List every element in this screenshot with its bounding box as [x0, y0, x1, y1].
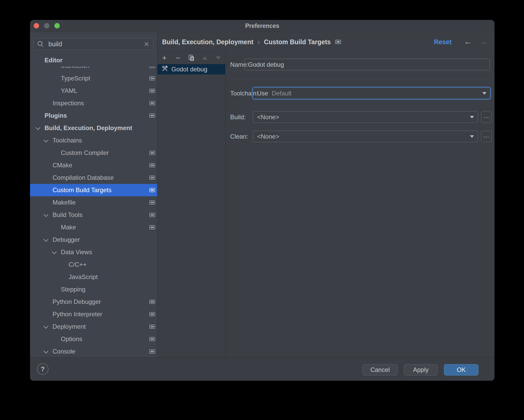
target-name: Godot debug: [171, 66, 207, 73]
window-title: Preferences: [30, 20, 494, 32]
tree-item-label: Console: [53, 348, 75, 355]
tree-item-build-tools[interactable]: Build Tools: [30, 209, 157, 221]
ok-button[interactable]: OK: [444, 364, 478, 376]
build-label: Build:: [230, 111, 246, 123]
tree-item-typescript[interactable]: TypeScript: [30, 72, 157, 85]
tree-item-label: Debugger: [53, 236, 80, 243]
forward-arrow-icon: →: [479, 32, 487, 52]
name-field[interactable]: [244, 59, 490, 70]
tree-item-custom-compiler[interactable]: Custom Compiler: [30, 147, 157, 159]
tree-item-label: Python Debugger: [53, 298, 101, 305]
screen-icon: [149, 89, 155, 93]
tree-item-label: Custom Compiler: [61, 149, 109, 156]
tree-item-label: TypeScript: [61, 75, 90, 82]
chevron-down-icon[interactable]: [52, 249, 56, 254]
search-input[interactable]: [48, 40, 143, 48]
tree-item-label: Make: [61, 224, 76, 231]
settings-sidebar: ✕ Editor Markdown TypeScript YAML Inspec…: [30, 32, 157, 358]
screen-icon: [149, 151, 155, 155]
titlebar: Preferences: [30, 20, 494, 32]
chevron-down-icon: [470, 135, 474, 138]
tree-item-python-debugger[interactable]: Python Debugger: [30, 296, 157, 308]
chevron-down-icon[interactable]: [43, 138, 48, 142]
toolchain-dropdown[interactable]: Use Default: [253, 87, 490, 99]
help-button[interactable]: ?: [37, 363, 48, 375]
build-dropdown[interactable]: <None>: [253, 111, 478, 123]
move-down-button: [215, 55, 222, 61]
tree-item-data-views[interactable]: Data Views: [30, 246, 157, 258]
breadcrumb-segment: Custom Build Targets: [264, 38, 331, 46]
settings-tree: Editor Markdown TypeScript YAML Inspecti…: [30, 54, 157, 358]
screen-icon: [149, 176, 155, 180]
remove-button[interactable]: −: [174, 55, 181, 61]
tree-item-label: Custom Build Targets: [53, 186, 112, 194]
target-list-item[interactable]: Godot debug: [157, 64, 225, 74]
clean-dropdown[interactable]: <None>: [253, 131, 478, 142]
tree-item-python-interpreter[interactable]: Python Interpreter: [30, 308, 157, 320]
screen-icon: [149, 200, 155, 205]
tree-item-label: Inspections: [53, 100, 84, 107]
build-browse-button[interactable]: ...: [481, 111, 492, 123]
target-settings-form: Name: Toolchain: Use Default Build: <Non…: [225, 52, 494, 358]
tree-item-label: YAML: [61, 87, 77, 94]
tree-item-yaml[interactable]: YAML: [30, 85, 157, 97]
tree-item-makefile[interactable]: Makefile: [30, 196, 157, 209]
breadcrumb-segment[interactable]: Build, Execution, Deployment: [162, 38, 253, 46]
chevron-down-icon: [482, 92, 486, 95]
screen-icon: [149, 76, 155, 80]
tree-item-deployment[interactable]: Deployment: [30, 320, 157, 333]
toolchain-use-text: Use: [257, 90, 268, 97]
tree-item-label: Build, Execution, Deployment: [45, 124, 132, 132]
screen-icon: [149, 225, 155, 229]
add-button[interactable]: +: [161, 55, 168, 61]
screen-icon: [149, 349, 155, 354]
tree-item-stepping[interactable]: Stepping: [30, 283, 157, 296]
tree-item-make[interactable]: Make: [30, 221, 157, 234]
tree-item-label: Data Views: [61, 249, 92, 256]
screen-icon: [149, 300, 155, 304]
tree-item-custom-build-targets[interactable]: Custom Build Targets: [30, 184, 157, 196]
toolchain-value-text: Default: [272, 90, 292, 97]
chevron-down-icon[interactable]: [43, 349, 48, 353]
tree-item-build-execution-deployment[interactable]: Build, Execution, Deployment: [30, 122, 157, 134]
tree-item-label: Stepping: [61, 286, 85, 293]
screen-icon: [149, 337, 155, 341]
reset-link[interactable]: Reset: [434, 32, 452, 52]
tree-item-toolchains[interactable]: Toolchains: [30, 134, 157, 147]
tree-item-label: Deployment: [53, 323, 86, 330]
tree-item-debugger[interactable]: Debugger: [30, 234, 157, 246]
screen-icon: [149, 163, 155, 167]
tree-item-editor[interactable]: Editor: [30, 54, 157, 66]
clean-value-text: <None>: [257, 133, 279, 140]
clean-browse-button[interactable]: ...: [481, 131, 492, 142]
tree-item-console[interactable]: Console: [30, 345, 157, 358]
chevron-down-icon[interactable]: [43, 237, 48, 242]
build-targets-panel: + −: [157, 52, 225, 358]
chevron-down-icon[interactable]: [43, 212, 48, 217]
chevron-down-icon: [470, 116, 474, 118]
tree-item-label: Toolchains: [53, 137, 82, 144]
apply-button[interactable]: Apply: [404, 364, 438, 376]
tree-item-c-c-[interactable]: C/C++: [30, 258, 157, 271]
duplicate-button[interactable]: [188, 55, 195, 61]
clear-search-icon[interactable]: ✕: [143, 41, 150, 48]
settings-search-box[interactable]: ✕: [34, 38, 153, 50]
tree-item-cmake[interactable]: CMake: [30, 159, 157, 171]
tree-item-plugins[interactable]: Plugins: [30, 109, 157, 122]
back-arrow-icon[interactable]: ←: [464, 32, 472, 52]
tree-item-inspections[interactable]: Inspections: [30, 97, 157, 109]
tree-item-compilation-database[interactable]: Compilation Database: [30, 171, 157, 184]
tree-item-label: JavaScript: [69, 273, 98, 281]
tree-item-options[interactable]: Options: [30, 333, 157, 345]
move-up-button: [201, 55, 208, 61]
chevron-down-icon[interactable]: [35, 125, 40, 130]
settings-header: Build, Execution, Deployment › Custom Bu…: [157, 32, 494, 52]
breadcrumb: Build, Execution, Deployment › Custom Bu…: [162, 32, 343, 52]
cancel-button[interactable]: Cancel: [362, 364, 398, 376]
tree-item-label: CMake: [53, 162, 72, 169]
tree-item-javascript[interactable]: JavaScript: [30, 271, 157, 283]
targets-list: Godot debug: [157, 64, 225, 74]
screen-icon: [149, 114, 155, 118]
divider: [230, 79, 491, 79]
chevron-down-icon[interactable]: [43, 324, 48, 328]
